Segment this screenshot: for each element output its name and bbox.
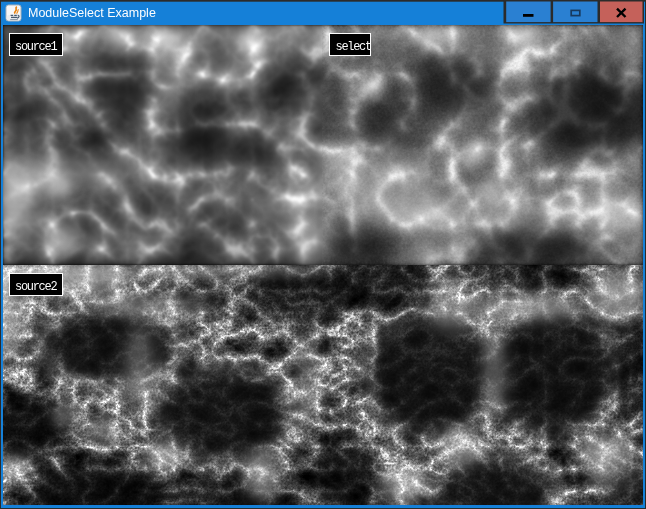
svg-text:source1: source1 <box>15 40 57 54</box>
svg-text:ModuleSelect Example: ModuleSelect Example <box>28 6 156 20</box>
svg-text:source2: source2 <box>15 280 57 294</box>
svg-text:select: select <box>336 40 372 54</box>
